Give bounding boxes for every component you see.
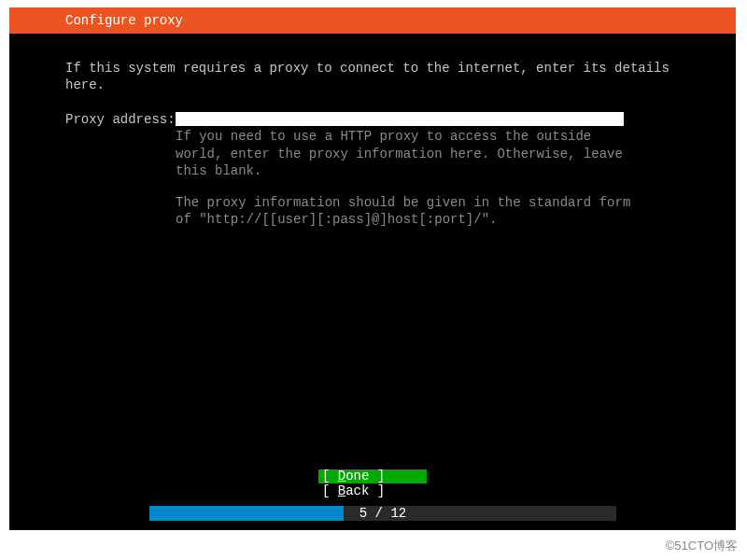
proxy-address-label: Proxy address: — [65, 112, 176, 127]
content-area: If this system requires a proxy to conne… — [9, 34, 736, 228]
proxy-field-row: Proxy address: If you need to use a HTTP… — [65, 112, 680, 228]
proxy-input-column: If you need to use a HTTP proxy to acces… — [176, 112, 680, 228]
header-bar: Configure proxy — [9, 7, 736, 34]
back-button[interactable]: [ Back ] — [318, 484, 427, 498]
watermark: ©51CTO博客 — [666, 538, 738, 554]
intro-text: If this system requires a proxy to conne… — [65, 60, 680, 93]
page-title: Configure proxy — [65, 13, 183, 28]
proxy-help-text-1: If you need to use a HTTP proxy to acces… — [176, 128, 642, 179]
done-button[interactable]: [ Done ] — [318, 469, 427, 483]
progress-label: 5 / 12 — [149, 506, 616, 521]
progress-bar: 5 / 12 — [149, 506, 616, 521]
installer-window: Configure proxy If this system requires … — [9, 7, 736, 530]
proxy-address-input[interactable] — [176, 112, 624, 126]
button-area: [ Done ] [ Back ] — [9, 469, 736, 498]
proxy-help-text-2: The proxy information should be given in… — [176, 194, 642, 228]
